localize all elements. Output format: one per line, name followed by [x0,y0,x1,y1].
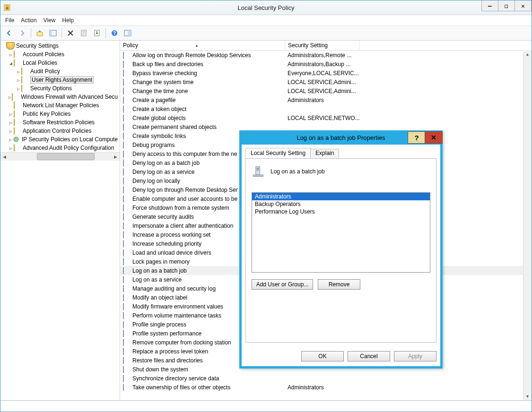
tree-item[interactable]: ▷Advanced Audit Policy Configuration [0,144,120,152]
list-row[interactable]: Create a token object [120,104,532,113]
tree-item-label: Local Policies [23,60,57,66]
tree-hscroll[interactable]: ◀▶ [0,152,120,161]
policy-icon [123,249,131,256]
tree-twisty[interactable]: ▷ [8,137,13,142]
folder-icon [13,136,20,143]
list-row[interactable]: Back up files and directoriesAdministrat… [120,60,532,69]
list-row[interactable]: Create global objectsLOCAL SERVICE,NETWO… [120,113,532,122]
tree-root[interactable]: Security Settings [0,42,120,50]
tab-local-security-setting[interactable]: Local Security Setting [245,148,311,158]
maximize-button[interactable]: ◻ [498,0,515,11]
tree-twisty[interactable]: ▷ [16,77,21,83]
tree-item[interactable]: Network List Manager Policies [0,101,120,110]
folder-icon [14,119,21,126]
tree-item[interactable]: ▷Software Restriction Policies [0,118,120,127]
security-setting-value: LOCAL SERVICE,NETWO... [285,115,477,121]
back-button[interactable] [3,27,15,39]
menu-view[interactable]: View [44,17,56,24]
up-button[interactable] [34,27,45,39]
member-item[interactable]: Performance Log Users [252,208,430,215]
tree-item[interactable]: ▷Security Options [0,84,120,93]
tree-item[interactable]: ▷IP Security Policies on Local Compute [0,135,120,144]
tree-twisty[interactable]: ▷ [8,52,14,57]
policy-name: Force shutdown from a remote system [132,205,229,211]
tree-item-label: IP Security Policies on Local Compute [22,136,118,143]
security-setting-value: Administrators,Backup ... [285,61,477,68]
tree-item[interactable]: ▷Application Control Policies [0,127,120,135]
show-hide-tree-button[interactable] [47,27,59,39]
refresh-button[interactable] [122,27,133,39]
folder-icon [21,68,29,75]
apply-button[interactable]: Apply [394,351,436,361]
remove-button[interactable]: Remove [318,279,360,290]
menu-help[interactable]: Help [62,17,74,24]
list-row[interactable]: Change the time zoneLOCAL SERVICE,Admini… [120,86,532,95]
policy-name: Shut down the system [132,366,188,373]
export-list-button[interactable] [91,27,103,39]
svg-text:?: ? [113,31,116,36]
list-row[interactable]: Change the system timeLOCAL SERVICE,Admi… [120,77,532,86]
properties-button[interactable] [78,27,89,39]
tree-item[interactable]: ▷User Rights Assignment [0,76,120,84]
policy-name: Synchronize directory service data [132,375,219,382]
dialog-close-button[interactable]: ✕ [425,131,443,144]
security-setting-value: LOCAL SERVICE,Admini... [285,88,477,94]
col-security-setting[interactable]: Security Setting [285,41,359,50]
cancel-button[interactable]: Cancel [348,351,390,361]
tree-twisty[interactable]: ▷ [8,129,14,134]
delete-button[interactable] [65,27,76,39]
tree-twisty[interactable]: ▷ [8,120,14,125]
list-vscroll[interactable]: ▲ ▼ [523,50,532,400]
policy-icon [123,106,131,112]
member-item[interactable]: Administrators [252,193,430,200]
tree-item[interactable]: ▷Windows Firewall with Advanced Secu [0,93,120,101]
policy-icon [123,124,131,130]
ok-button[interactable]: OK [301,351,344,361]
tree-twisty[interactable]: ▷ [16,86,21,91]
menu-file[interactable]: File [5,17,14,24]
tree-item-label: Software Restriction Policies [23,119,95,126]
policy-icon [123,187,131,193]
svg-rect-14 [257,168,259,169]
list-row[interactable]: Bypass traverse checkingEveryone,LOCAL S… [120,69,532,77]
col-policy[interactable]: Policy [120,41,285,50]
dialog-policy-name: Log on as a batch job [270,168,325,175]
tree-item[interactable]: ◢Local Policies [0,59,120,67]
menu-action[interactable]: Action [21,17,36,24]
svg-point-11 [14,137,18,142]
forward-button[interactable] [17,27,28,39]
policy-icon [123,232,131,238]
policy-name: Manage auditing and security log [132,285,216,292]
dialog-help-button[interactable]: ? [408,131,426,144]
tree-twisty[interactable]: ▷ [8,112,14,117]
tree-twisty[interactable]: ▷ [8,94,12,100]
help-button[interactable]: ? [109,27,120,39]
policy-name: Create a token object [132,106,186,112]
tree-item[interactable]: ▷Audit Policy [0,67,120,76]
member-item[interactable]: Backup Operators [252,200,430,208]
list-row[interactable]: Take ownership of files or other objects… [120,383,532,392]
tree-twisty[interactable]: ▷ [16,69,21,74]
policy-icon [123,366,131,373]
tab-explain[interactable]: Explain [310,149,339,158]
tree-item[interactable]: ▷Account Policies [0,50,120,59]
menubar: File Action View Help [0,15,532,26]
close-button[interactable]: ✕ [515,0,532,11]
add-user-group-button[interactable]: Add User or Group... [252,279,313,290]
tree-item-label: User Rights Assignment [30,76,94,84]
tree-twisty[interactable]: ◢ [8,60,14,66]
security-setting-value: LOCAL SERVICE,Admini... [285,79,477,86]
minimize-button[interactable]: — [481,0,498,11]
list-row[interactable]: Create a pagefileAdministrators [120,95,532,104]
list-row[interactable]: Synchronize directory service data [120,374,532,383]
window-title: Local Security Policy [238,4,295,11]
tree-item[interactable]: ▷Public Key Policies [0,110,120,118]
policy-name: Load and unload device drivers [132,249,211,256]
policy-name: Debug programs [132,142,174,148]
policy-name: Replace a process level token [132,348,208,355]
tree-twisty[interactable]: ▷ [8,146,14,151]
list-row[interactable]: Allow log on through Remote Desktop Serv… [120,51,532,60]
policy-icon [123,88,131,94]
members-listbox[interactable]: AdministratorsBackup OperatorsPerformanc… [252,192,430,273]
tree-item-label: Audit Policy [30,68,60,75]
